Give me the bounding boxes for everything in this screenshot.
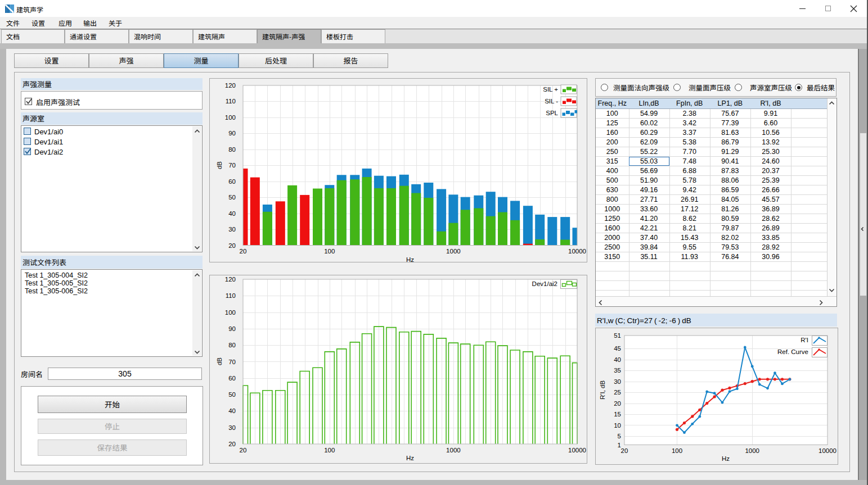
- svg-text:Dev1/ai2: Dev1/ai2: [532, 280, 557, 287]
- svg-text:40: 40: [228, 210, 236, 217]
- svg-text:100: 100: [324, 447, 335, 454]
- svg-text:1000: 1000: [446, 447, 461, 454]
- svg-text:SIL -: SIL -: [545, 98, 558, 105]
- svg-text:70: 70: [228, 359, 236, 365]
- svg-text:1000: 1000: [446, 248, 461, 255]
- svg-text:SPL: SPL: [546, 110, 558, 116]
- svg-text:20: 20: [228, 441, 236, 447]
- svg-text:25: 25: [614, 389, 621, 396]
- svg-text:100: 100: [225, 114, 236, 121]
- svg-text:45: 45: [614, 345, 621, 352]
- svg-text:40: 40: [614, 356, 621, 363]
- svg-text:10000: 10000: [568, 248, 586, 255]
- svg-text:Ref. Curve: Ref. Curve: [777, 348, 808, 355]
- svg-text:40: 40: [228, 407, 236, 414]
- svg-text:90: 90: [228, 130, 236, 137]
- svg-text:20: 20: [228, 242, 236, 249]
- svg-text:120: 120: [225, 82, 236, 89]
- svg-text:R'I, dB: R'I, dB: [599, 380, 606, 400]
- svg-text:20: 20: [621, 447, 628, 454]
- svg-text:Hz: Hz: [406, 256, 414, 263]
- svg-text:dB: dB: [216, 357, 223, 365]
- svg-text:100: 100: [225, 309, 236, 316]
- svg-text:10: 10: [614, 422, 621, 429]
- svg-text:70: 70: [228, 162, 236, 169]
- svg-text:80: 80: [228, 146, 236, 153]
- svg-text:5: 5: [618, 433, 621, 439]
- svg-text:60: 60: [228, 375, 236, 382]
- svg-text:20: 20: [240, 447, 247, 454]
- svg-text:50: 50: [228, 391, 236, 398]
- svg-text:20: 20: [240, 248, 247, 255]
- svg-text:SIL +: SIL +: [543, 86, 558, 93]
- svg-text:30: 30: [228, 226, 236, 233]
- svg-text:120: 120: [225, 276, 236, 283]
- svg-text:R'I: R'I: [800, 337, 808, 343]
- svg-text:Hz: Hz: [722, 455, 730, 462]
- svg-text:10000: 10000: [818, 447, 836, 454]
- svg-text:30: 30: [614, 378, 621, 385]
- svg-text:30: 30: [228, 424, 236, 431]
- svg-text:110: 110: [226, 292, 236, 299]
- svg-text:20: 20: [614, 400, 621, 407]
- svg-text:35: 35: [614, 367, 621, 374]
- svg-text:80: 80: [228, 342, 236, 348]
- svg-text:100: 100: [324, 248, 335, 255]
- svg-text:15: 15: [614, 411, 621, 418]
- svg-text:110: 110: [226, 98, 236, 105]
- svg-text:50: 50: [228, 194, 236, 201]
- svg-text:Hz: Hz: [406, 455, 414, 461]
- svg-text:1000: 1000: [745, 447, 759, 454]
- svg-text:10000: 10000: [568, 447, 586, 454]
- svg-text:60: 60: [228, 178, 236, 185]
- svg-text:51: 51: [614, 332, 621, 339]
- svg-text:100: 100: [672, 447, 682, 454]
- svg-text:90: 90: [228, 325, 236, 332]
- svg-text:dB: dB: [216, 161, 223, 169]
